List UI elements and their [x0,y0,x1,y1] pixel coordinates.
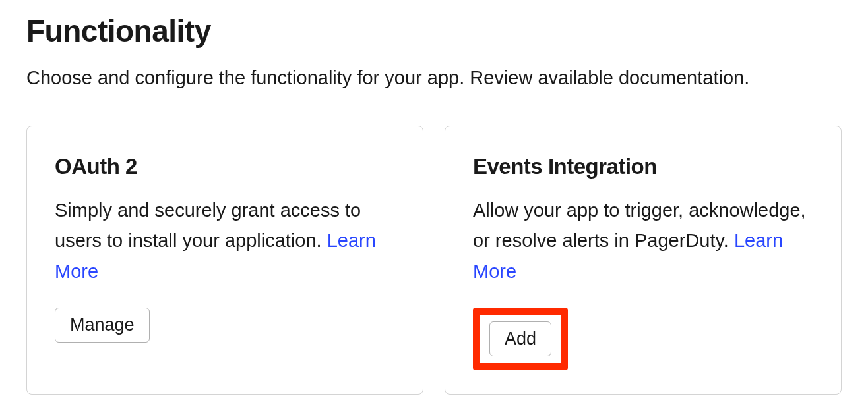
page-title: Functionality [26,13,842,49]
card-oauth-description: Simply and securely grant access to user… [55,195,395,287]
manage-button[interactable]: Manage [55,308,150,343]
highlight-box: Add [473,308,568,370]
add-button[interactable]: Add [489,321,551,356]
card-oauth: OAuth 2 Simply and securely grant access… [26,126,423,395]
page-subtitle: Choose and configure the functionality f… [26,67,842,89]
card-oauth-title: OAuth 2 [55,154,395,179]
card-events-description: Allow your app to trigger, acknowledge, … [473,195,813,287]
card-events: Events Integration Allow your app to tri… [445,126,842,395]
card-oauth-description-text: Simply and securely grant access to user… [55,200,361,251]
cards-row: OAuth 2 Simply and securely grant access… [26,126,842,395]
card-events-title: Events Integration [473,154,813,179]
